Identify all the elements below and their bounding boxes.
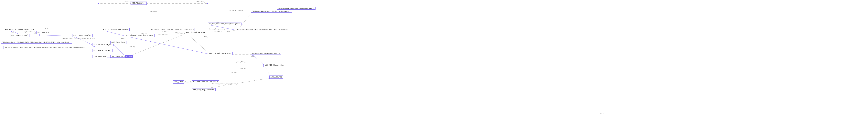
node-worker[interactable]: Worker xyxy=(125,55,133,58)
label-thr: thr_ xyxy=(204,36,208,38)
label-thr-mgr2: thr_mgr_ xyxy=(130,46,136,47)
node-ace-task-base[interactable]: ACE_Task_Base xyxy=(110,41,126,44)
node-ace-all-thread-ext[interactable]: ACE_All_Thread_Ext xyxy=(264,64,285,67)
svg-line-12 xyxy=(126,36,210,54)
node-ace-os-thread-descriptor[interactable]: ACE_OS_Thread_Descriptor xyxy=(102,28,130,31)
node-ace-linked-free-list[interactable]: ACE_Linked_Free_List< ACE_Thread_Descrip… xyxy=(236,28,289,31)
svg-line-15 xyxy=(209,25,238,30)
label-next: next_ xyxy=(251,56,256,57)
node-ace-reactor[interactable]: ACE_Reactor xyxy=(36,31,50,34)
node-ace-thread-manager[interactable]: ACE_Thread_Manager xyxy=(185,31,206,34)
node-ace-reactor-timer-interface[interactable]: ACE_Reactor_Timer_Interface xyxy=(4,28,35,31)
node-tao-base-var[interactable]: TAO_Base_var xyxy=(92,55,107,58)
label-ref-count: reference_count_reference_counting_polic… xyxy=(61,38,96,39)
label-main: main_ xyxy=(45,28,49,29)
node-ace-free-list[interactable]: ACE_Free_List< ACE_Thread_Descriptor > xyxy=(208,23,242,25)
svg-line-11 xyxy=(103,30,126,36)
svg-line-7 xyxy=(39,35,74,36)
label-implementation: implementation_ xyxy=(24,31,36,33)
node-ace-log-msg-callback[interactable]: ACE_Log_Msg_Callback xyxy=(192,88,216,91)
label-allocator2: allocator_ xyxy=(196,1,205,3)
node-ace-atomic-op[interactable]: ACE_Atomic_Op< ACE_SYNCH_MUTEX, Referenc… xyxy=(29,41,72,43)
node-ace-double-linked-list-base[interactable]: ACE_Double_Linked_List< ACE_Thread_Descr… xyxy=(150,28,195,31)
node-ace-double-linked-list[interactable]: ACE_Double_Linked_List< ACE_Thread_Descr… xyxy=(251,10,292,12)
label-instream: instream_account_msg_callback_ xyxy=(212,83,237,85)
node-ace-unbounded-queue[interactable]: ACE_Unbounded_Queue< ACE_Thread_Descript… xyxy=(277,7,315,10)
node-ace-event-handler[interactable]: ACE_Event_Handler xyxy=(72,34,93,37)
svg-line-8 xyxy=(74,36,94,45)
label-allocator3: allocator_ xyxy=(150,10,159,12)
arrows-svg: allocator_ allocator_ thr_list_ thr_to_b… xyxy=(0,0,868,132)
node-ace-atomic-op-lock[interactable]: ACE_Atomic_Op< ACE_LOCK_TYPE > xyxy=(192,80,219,83)
svg-line-16 xyxy=(238,12,252,30)
node-ace-event-handler-ref-count[interactable]: ACE_Event_Handler::ACE_Event_Handler_Ref… xyxy=(33,46,86,49)
node-ace-log-msg[interactable]: ACE_Log_Msg xyxy=(269,75,283,79)
label-task: task_ xyxy=(121,37,125,39)
diagram-container: allocator_ allocator_ thr_list_ thr_to_b… xyxy=(0,0,868,132)
svg-line-13 xyxy=(151,30,187,33)
label-on-less-than: On < xyxy=(600,112,603,114)
label-log-msg: log_msg_ xyxy=(241,67,247,69)
label-at-exit: at_exit_list_ xyxy=(235,61,245,63)
node-ace-allocator[interactable]: ACE_Allocator xyxy=(130,2,147,5)
svg-line-27 xyxy=(187,33,210,54)
label-thr-removed: thr_to_be_removed_ xyxy=(229,10,244,11)
node-ace-reactor-impl[interactable]: ACE_Reactor_Impl xyxy=(10,34,29,37)
node-ace-node[interactable]: ACE_Node< ACE_Thread_Descriptor* > xyxy=(251,52,281,55)
node-ace-thread-descriptor-base[interactable]: ACE_Thread_Descriptor_Base xyxy=(125,34,155,37)
label-thread-desc-header: thread_desc_header_ xyxy=(209,28,225,30)
label-thr-desc: thr_desc_ xyxy=(231,72,238,73)
label-impl: impl_ xyxy=(11,32,15,33)
node-ace-thread-descriptor[interactable]: ACE_Thread_Descriptor xyxy=(208,52,232,55)
node-ace-shared-object[interactable]: ACE_Shared_Object xyxy=(92,49,113,52)
label-head2: head_ xyxy=(227,31,231,32)
node-ace-lock[interactable]: ACE_LOCK xyxy=(173,80,184,84)
svg-line-18 xyxy=(252,54,265,66)
